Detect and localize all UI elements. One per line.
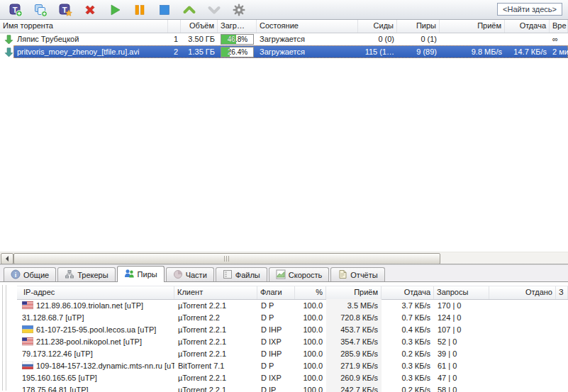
cell-pct: 100.0 (295, 362, 326, 370)
tab-logger[interactable]: Отчёты (330, 267, 384, 281)
info-icon: i (11, 269, 21, 281)
cell-flags: D P (257, 362, 295, 370)
peer-column-client[interactable]: Клиент (174, 286, 257, 299)
create-torrent-button[interactable]: T (52, 1, 77, 18)
peer-table-rows: 121.89.86.109.triolan.net [uTP]µTorrent … (17, 299, 568, 392)
start-torrent-button[interactable] (102, 1, 127, 18)
torrent-column-up[interactable]: Отдача (505, 20, 550, 33)
torrent-column-num[interactable] (168, 20, 181, 33)
peer-ip-text: 61-107-215-95.pool.lecos.ua [uTP] (36, 325, 156, 334)
torrent-column-down[interactable]: Приём (440, 20, 505, 33)
cell-down: 260.9 КБ/s (326, 371, 382, 383)
progress-bar: 26.4%26.4% (221, 47, 254, 57)
cell-up: 0.3 КБ/s (382, 362, 434, 370)
cell-pct: 100.0 (295, 313, 326, 322)
tab-files[interactable]: Файлы (216, 267, 267, 281)
peer-column-ip[interactable]: IP-адрес (17, 286, 174, 299)
peer-column-pct[interactable]: % (295, 286, 326, 299)
torrent-column-peers[interactable]: Пиры (397, 20, 440, 33)
torrent-column-size[interactable]: Объём (181, 20, 218, 33)
cell-pct: 100.0 (295, 374, 326, 382)
cell-client: BitTorrent 7.1 (174, 362, 257, 370)
progress-label-clip: 26.4% (221, 47, 230, 57)
cell-peers: 0 (1) (397, 35, 440, 43)
files-icon (223, 269, 233, 281)
cell-client: µTorrent 2.2.1 (174, 374, 257, 382)
peer-table-header: IP-адресКлиентФлаги%ПриёмОтдачаЗапросыОт… (17, 286, 568, 300)
tab-speed[interactable]: Скорость (269, 267, 330, 281)
add-torrent-icon: T (9, 3, 23, 17)
peers-panel: IP-адресКлиентФлаги%ПриёмОтдачаЗапросыОт… (0, 281, 568, 392)
torrent-table-header: Имя торрентаОбъёмЗагр…СостояниеСидыПирыП… (0, 20, 568, 33)
remove-torrent-button[interactable] (77, 1, 102, 18)
peer-column-up[interactable]: Отдача (382, 286, 434, 299)
move-down-button[interactable] (201, 1, 226, 18)
tab-pieces[interactable]: Части (166, 267, 214, 281)
torrent-row[interactable]: pritvoris_moey_zhenoy_[tfile.ru].avi21.3… (0, 45, 568, 58)
horizontal-scrollbar[interactable] (0, 252, 568, 264)
peer-row[interactable]: 109-184-157-132.dynamic.mts-nn.ru [uTP]B… (17, 359, 568, 371)
pause-torrent-button[interactable] (127, 1, 152, 18)
peer-column-given[interactable]: Отдано (489, 286, 556, 299)
peer-column-extra[interactable]: З (556, 286, 568, 299)
svg-text:i: i (15, 271, 17, 278)
cell-num: 1 (168, 35, 181, 43)
cell-up: 0.4 КБ/s (382, 325, 434, 334)
peer-row[interactable]: 61-107-215-95.pool.lecos.ua [uTP]µTorren… (17, 323, 568, 335)
tab-label: Пиры (138, 270, 157, 279)
cell-pct: 100.0 (295, 325, 326, 334)
preferences-button[interactable] (226, 1, 251, 18)
stop-torrent-button[interactable] (152, 1, 177, 18)
cell-down: 285.9 КБ/s (326, 347, 382, 359)
cell-ip: 61-107-215-95.pool.lecos.ua [uTP] (17, 325, 174, 334)
peer-column-reqs[interactable]: Запросы (434, 286, 489, 299)
pieces-icon (173, 269, 183, 281)
peer-row[interactable]: 31.128.68.7 [uTP]µTorrent 2.2D P100.0720… (17, 311, 568, 323)
thumb-grip-icon (224, 256, 230, 262)
cell-status: Загружается (257, 47, 358, 56)
cell-client: µTorrent 2.2.1 (174, 301, 257, 310)
remove-icon (83, 3, 97, 17)
add-from-url-button[interactable] (28, 1, 52, 18)
peer-row[interactable]: 79.173.122.46 [uTP]µTorrent 2.2.1D IHP10… (17, 347, 568, 359)
torrent-column-progress[interactable]: Загр… (218, 20, 257, 33)
search-placeholder-text: <Найти здесь> (503, 5, 557, 13)
cell-pct: 100.0 (295, 301, 326, 310)
move-up-button[interactable] (177, 1, 201, 18)
add-url-icon (33, 3, 48, 17)
peer-column-flags[interactable]: Флаги (257, 286, 295, 299)
cell-progress: 46.8%46.8% (218, 34, 257, 45)
tab-trackers[interactable]: Трекеры (57, 267, 115, 281)
cell-peers: 9 (89) (397, 47, 440, 56)
peer-column-down[interactable]: Приём (326, 286, 382, 299)
torrent-column-name[interactable]: Имя торрента (0, 20, 168, 33)
peer-row[interactable]: 121.89.86.109.triolan.net [uTP]µTorrent … (17, 299, 568, 311)
search-box[interactable]: <Найти здесь> (497, 3, 562, 16)
download-arrow-icon (4, 47, 14, 57)
cell-reqs: 124 | 0 (434, 313, 489, 322)
torrent-column-status[interactable]: Состояние (257, 20, 358, 33)
tab-label: Файлы (235, 271, 260, 279)
peer-row[interactable]: 178.75.64.81 [uTP]µTorrent 2.2.1D IP100.… (17, 383, 568, 392)
torrent-row[interactable]: Ляпис Трубецкой13.50 ГБ46.8%46.8%Загружа… (0, 33, 568, 45)
tab-peers[interactable]: Пиры (117, 266, 165, 282)
cell-up: 0.2 КБ/s (382, 386, 434, 392)
tab-general[interactable]: iОбщие (4, 267, 56, 281)
detail-tabs: iОбщиеТрекерыПирыЧастиФайлыСкоростьОтчёт… (0, 265, 568, 281)
peer-row[interactable]: 195.160.165.65 [uTP]µTorrent 2.2.1D IXP1… (17, 371, 568, 383)
scroll-left-button[interactable] (1, 253, 13, 264)
add-torrent-button[interactable]: T (3, 1, 28, 18)
cell-reqs: 52 | 0 (434, 337, 489, 346)
us-flag-icon (22, 301, 33, 309)
torrent-name-text: Ляпис Трубецкой (17, 35, 79, 43)
cell-up: 0.7 КБ/s (382, 313, 434, 322)
cell-reqs: 58 | 0 (434, 386, 489, 392)
torrent-column-eta[interactable]: Вре (550, 20, 568, 33)
peer-row[interactable]: 211.238-pool.nikopol.net [uTP]µTorrent 2… (17, 335, 568, 347)
cell-reqs: 47 | 0 (434, 374, 489, 382)
tab-label: Трекеры (77, 271, 108, 279)
move-down-icon (207, 3, 221, 17)
torrent-column-seeds[interactable]: Сиды (358, 20, 397, 33)
scrollbar-thumb[interactable] (13, 253, 440, 264)
cell-flags: D IXP (257, 337, 295, 346)
